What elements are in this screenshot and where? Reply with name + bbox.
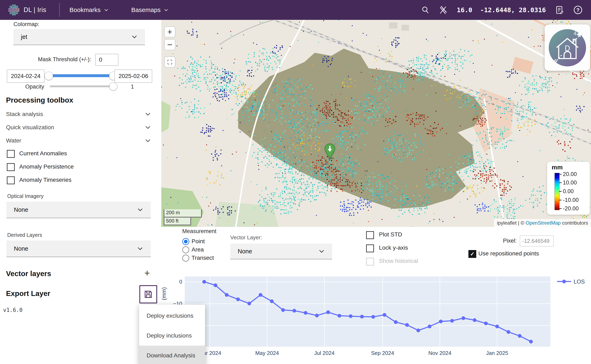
top-nav: DL | Iris Bookmarks Basemaps 16.0 -12.64… [0, 0, 591, 20]
radio-transect[interactable] [182, 255, 189, 262]
save-icon [143, 290, 153, 299]
zoom-level: 16.0 [457, 6, 472, 14]
chevron-down-icon [137, 246, 143, 252]
section-water[interactable]: Water [6, 135, 151, 146]
openstreetmap-link[interactable]: OpenStreetMap [526, 220, 561, 226]
pixel-value: -12.646549 [522, 238, 550, 244]
chevron-down-icon [145, 111, 151, 117]
checkbox-anomaly-persistence[interactable] [7, 163, 15, 171]
vector-layer-label: Vector Layer: [230, 234, 262, 241]
section-label: Quick visualization [6, 124, 54, 131]
derived-layers-label: Derived Layers [7, 232, 42, 238]
colormap-select[interactable]: jet [13, 29, 145, 45]
optical-imagery-value: None [14, 206, 28, 213]
svg-text:Sep 2024: Sep 2024 [371, 350, 394, 356]
checkbox-show-historical[interactable] [366, 258, 374, 266]
svg-text:D: D [565, 44, 570, 52]
left-sidebar: Colormap: jet Mask Threshold (+/-): 0 20… [0, 20, 161, 364]
map-attribution: ipyleaflet | © OpenStreetMap contributor… [494, 219, 591, 227]
menu-item-download-analysis[interactable]: Download Analysis [139, 346, 205, 364]
measure-tool-icon[interactable] [439, 5, 448, 14]
colormap-label: Colormap: [13, 21, 39, 27]
fullscreen-icon [167, 59, 173, 65]
checkbox-anomaly-timeseries[interactable] [7, 176, 15, 184]
checkbox-label: Current Anomalies [19, 150, 67, 157]
vector-layer-value: None [238, 248, 252, 255]
nav-bookmarks[interactable]: Bookmarks [70, 6, 109, 13]
section-quick-visualization[interactable]: Quick visualization [6, 122, 151, 133]
radio-label: Area [192, 246, 204, 253]
zoom-out-button[interactable]: − [164, 39, 175, 50]
checkbox-label: Plot STD [379, 231, 402, 238]
nav-bookmarks-label: Bookmarks [70, 6, 101, 13]
colormap-value: jet [21, 33, 27, 40]
checkbox-label: Anomaly Persistence [19, 163, 74, 170]
date-start-input[interactable]: 2024-02-24 [7, 70, 45, 83]
vector-layers-title: Vector layers [6, 269, 51, 278]
map-coordinates: 16.0 -12.6448, 28.0316 [457, 6, 546, 14]
colorbar-tick: -10.00 [563, 197, 579, 203]
location-marker[interactable] [324, 143, 336, 159]
map-canvas[interactable]: + − D 42° mm 20.00 10.00 [161, 20, 591, 227]
checkbox-lock-y-axis[interactable] [366, 244, 374, 252]
chevron-down-icon [318, 248, 325, 254]
date-start-value: 2024-02-24 [11, 73, 40, 79]
svg-text:LOS: LOS [574, 279, 585, 285]
date-end-input[interactable]: 2025-02-06 [114, 70, 152, 83]
radio-area[interactable] [182, 246, 189, 253]
checkbox-plot-std[interactable] [366, 231, 374, 239]
attribution-text: contributors [561, 220, 588, 226]
analysis-panel: Measurement Point Area Transect Vector L… [161, 227, 591, 364]
colorbar-unit: mm [552, 164, 563, 171]
optical-imagery-label: Optical Imagery [7, 193, 43, 199]
add-vector-layer-button[interactable]: + [144, 267, 150, 279]
help-icon[interactable]: ? [573, 5, 583, 15]
insar-dots-overlay [161, 20, 591, 227]
checkbox-label: Use repositioned points [478, 250, 539, 257]
colorbar-tick: -20.00 [563, 205, 579, 212]
chevron-down-icon [104, 7, 109, 13]
fullscreen-button[interactable] [164, 57, 175, 68]
optical-imagery-select[interactable]: None [7, 202, 151, 218]
chevron-down-icon [145, 124, 151, 130]
menu-item-deploy-inclusions[interactable]: Deploy inclusions [139, 326, 205, 346]
los-timeseries-chart[interactable]: 0−10−20Mar 2024May 2024Jul 2024Sep 2024N… [161, 267, 591, 364]
mask-threshold-label: Mask Threshold (+/-): [37, 56, 91, 63]
pixel-input[interactable]: -12.646549 [520, 235, 554, 247]
pixel-label: Pixel: [486, 238, 517, 244]
menu-item-deploy-exclusions[interactable]: Deploy exclusions [139, 306, 205, 326]
export-save-button[interactable] [139, 285, 157, 303]
checkbox-use-repositioned[interactable]: ✓ [468, 250, 476, 258]
opacity-value: 1 [131, 84, 134, 90]
derived-layers-select[interactable]: None [7, 240, 151, 257]
search-icon[interactable] [421, 6, 430, 14]
chevron-down-icon [131, 34, 137, 40]
opacity-slider-handle[interactable] [109, 83, 117, 90]
radio-label: Transect [192, 255, 214, 261]
checkbox-current-anomalies[interactable] [7, 150, 15, 158]
radio-point[interactable] [182, 238, 189, 245]
release-notes-icon[interactable] [555, 5, 564, 14]
look-direction-icon: D 42° [545, 24, 590, 71]
opacity-slider[interactable] [50, 85, 115, 87]
section-label: Water [6, 137, 21, 144]
mask-threshold-value: 0 [99, 57, 102, 63]
radio-label: Point [192, 238, 205, 245]
svg-text:(mm): (mm) [161, 287, 167, 300]
svg-text:Nov 2024: Nov 2024 [428, 350, 451, 356]
measurement-label: Measurement [182, 228, 216, 234]
section-stack-analysis[interactable]: Stack analysis [6, 109, 151, 120]
colorbar-tick: 0.00 [563, 188, 574, 195]
date-slider-handle-left[interactable] [45, 72, 53, 80]
nav-basemaps[interactable]: Basemaps [131, 6, 169, 13]
nav-basemaps-label: Basemaps [131, 6, 161, 13]
vector-layer-select[interactable]: None [230, 244, 332, 259]
svg-text:Jul 2024: Jul 2024 [314, 350, 335, 356]
colorbar-gradient [555, 173, 559, 210]
date-range-slider[interactable] [48, 74, 114, 77]
zoom-in-button[interactable]: + [164, 26, 175, 37]
version-label: v1.6.0 [3, 307, 23, 313]
mask-threshold-input[interactable]: 0 [95, 54, 118, 66]
checkbox-label: Anomaly Timeseries [19, 177, 71, 183]
compass-widget[interactable]: D 42° [545, 24, 590, 71]
